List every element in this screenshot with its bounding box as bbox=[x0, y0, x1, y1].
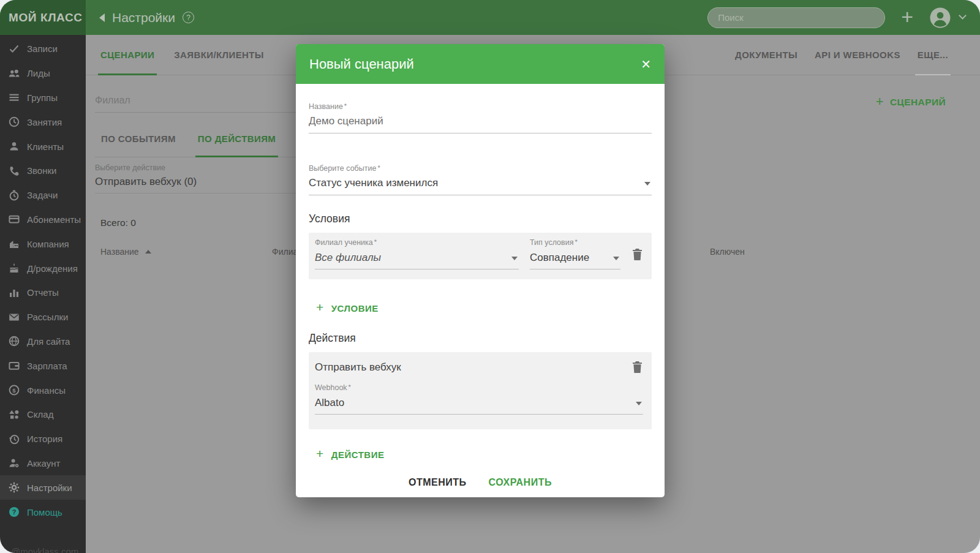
sidebar-item-zadachi[interactable]: Задачи bbox=[0, 183, 86, 208]
tab-scenarii[interactable]: СЦЕНАРИИ bbox=[100, 35, 154, 75]
tab-api-webhooks[interactable]: API И WEBHOOKS bbox=[815, 35, 900, 75]
sidebar-item-label: Д/рождения bbox=[27, 263, 78, 274]
required-mark: * bbox=[575, 238, 577, 246]
chevron-down-icon[interactable] bbox=[644, 182, 650, 186]
column-name-label: Название bbox=[100, 247, 139, 257]
sidebar-item-abonementy[interactable]: Абонементы bbox=[0, 208, 86, 232]
plus-icon: + bbox=[316, 300, 324, 315]
sidebar-item-klienty[interactable]: Клиенты bbox=[0, 134, 86, 159]
dollar-icon: $ bbox=[9, 385, 20, 396]
sidebar-item-label: Склад bbox=[27, 409, 53, 419]
sidebar-item-akkaunt[interactable]: Аккаунт bbox=[0, 451, 86, 476]
required-mark: * bbox=[344, 102, 347, 110]
event-select[interactable]: Статус ученика изменился bbox=[309, 173, 652, 195]
tab-esche[interactable]: ЕЩЕ... bbox=[918, 35, 948, 75]
subtab-po-deystviyam[interactable]: ПО ДЕЙСТВИЯМ bbox=[198, 121, 276, 157]
condition-type-field[interactable]: Тип условия* Совпадение bbox=[530, 238, 620, 269]
svg-text:?: ? bbox=[12, 508, 17, 516]
sidebar-item-dlya-sayta[interactable]: Для сайта bbox=[0, 329, 86, 354]
question-icon: ? bbox=[9, 506, 20, 517]
add-scenario-button[interactable]: + СЦЕНАРИЙ bbox=[876, 95, 946, 110]
name-field-input[interactable]: Демо сценарий bbox=[309, 111, 652, 134]
phone-icon bbox=[9, 165, 20, 176]
condition-type-value: Совпадение bbox=[530, 248, 613, 269]
sidebar-item-pomosch[interactable]: ? Помощь bbox=[0, 500, 86, 524]
tab-dokumenty[interactable]: ДОКУМЕНТЫ bbox=[735, 35, 797, 75]
account-menu-caret-icon[interactable] bbox=[959, 12, 967, 20]
page-header: Настройки ? bbox=[99, 10, 194, 25]
menu-icon bbox=[9, 92, 20, 103]
sidebar-item-label: Финансы bbox=[27, 385, 66, 396]
new-scenario-modal: Новый сценарий ✕ Название* Демо сценарий… bbox=[296, 44, 665, 497]
column-name[interactable]: Название bbox=[100, 247, 272, 257]
subtab-po-sobytiyam[interactable]: ПО СОБЫТИЯМ bbox=[101, 121, 176, 157]
webhook-select-value: Albato bbox=[315, 393, 636, 414]
sidebar-item-gruppy[interactable]: Группы bbox=[0, 86, 86, 110]
sidebar-item-kompaniya[interactable]: Компания bbox=[0, 231, 86, 256]
quick-add-icon[interactable]: + bbox=[901, 6, 913, 27]
sort-asc-icon[interactable] bbox=[145, 250, 151, 254]
branch-condition-field[interactable]: Филиал ученика* Все филиалы bbox=[315, 238, 519, 269]
sidebar-item-dni-rozhdeniya[interactable]: Д/рождения bbox=[0, 256, 86, 280]
sidebar-item-zapisi[interactable]: Записи bbox=[0, 37, 86, 61]
avatar[interactable] bbox=[929, 7, 951, 29]
footer-domain-link[interactable]: @moyklass.com bbox=[11, 546, 78, 553]
sidebar-item-label: Абонементы bbox=[27, 214, 81, 225]
condition-type-label: Тип условия* bbox=[530, 238, 620, 247]
branch-condition-label: Филиал ученика* bbox=[315, 238, 519, 247]
account-gear-icon bbox=[9, 457, 20, 468]
page-help-icon[interactable]: ? bbox=[183, 12, 194, 23]
condition-row: Филиал ученика* Все филиалы Тип условия*… bbox=[309, 233, 652, 279]
sidebar-item-label: Занятия bbox=[27, 117, 62, 127]
chevron-down-icon[interactable] bbox=[613, 257, 619, 260]
chevron-down-icon[interactable] bbox=[511, 257, 518, 260]
sidebar-item-zarplata[interactable]: Зарплата bbox=[0, 353, 86, 378]
trash-icon[interactable] bbox=[631, 248, 643, 261]
add-action-label: ДЕЙСТВИЕ bbox=[331, 450, 385, 460]
chevron-down-icon[interactable] bbox=[636, 402, 642, 405]
sidebar-item-finansy[interactable]: $ Финансы bbox=[0, 378, 86, 402]
sidebar-item-lidy[interactable]: Лиды bbox=[0, 61, 86, 86]
save-button[interactable]: СОХРАНИТЬ bbox=[489, 477, 552, 488]
sidebar-item-nastroyki[interactable]: Настройки bbox=[0, 475, 86, 500]
conditions-heading: Условия bbox=[309, 213, 652, 225]
search-input[interactable] bbox=[707, 7, 885, 28]
trash-icon[interactable] bbox=[631, 361, 643, 374]
sidebar-item-sklad[interactable]: Склад bbox=[0, 402, 86, 427]
plus-icon: + bbox=[876, 94, 884, 110]
svg-text:$: $ bbox=[12, 387, 16, 394]
sidebar-item-zanyatiya[interactable]: Занятия bbox=[0, 110, 86, 134]
sidebar-item-label: Компания bbox=[27, 239, 69, 249]
webhook-select[interactable]: Albato bbox=[315, 393, 643, 415]
sidebar-item-otchety[interactable]: Отчеты bbox=[0, 280, 86, 305]
sidebar-item-zvonki[interactable]: Звонки bbox=[0, 159, 86, 183]
sidebar-item-label: Записи bbox=[27, 43, 58, 54]
tab-zayavki-klienty[interactable]: ЗАЯВКИ/КЛИЕНТЫ bbox=[174, 35, 264, 75]
top-bar: МОЙ КЛАСС Настройки ? + bbox=[0, 0, 980, 35]
sidebar-item-label: История bbox=[27, 434, 62, 444]
close-icon[interactable]: ✕ bbox=[641, 58, 651, 70]
sidebar-item-label: Зарплата bbox=[27, 361, 67, 371]
actions-heading: Действия bbox=[309, 332, 652, 345]
required-mark: * bbox=[349, 383, 351, 391]
cancel-button[interactable]: ОТМЕНИТЬ bbox=[409, 477, 467, 488]
sidebar-item-rassylki[interactable]: Рассылки bbox=[0, 305, 86, 329]
sidebar-item-label: Помощь bbox=[27, 507, 62, 517]
branch-condition-value: Все филиалы bbox=[315, 248, 511, 269]
plus-icon: + bbox=[316, 446, 324, 461]
add-condition-button[interactable]: + УСЛОВИЕ bbox=[316, 301, 652, 315]
webhook-field-label: Webhook* bbox=[315, 383, 643, 392]
sidebar-item-istoriya[interactable]: История bbox=[0, 427, 86, 451]
people-icon bbox=[9, 68, 20, 79]
back-icon[interactable] bbox=[99, 13, 105, 22]
add-condition-label: УСЛОВИЕ bbox=[331, 303, 379, 314]
sidebar-item-label: Задачи bbox=[27, 190, 58, 200]
sidebar-item-label: Аккаунт bbox=[27, 458, 60, 468]
top-right-controls: + bbox=[707, 7, 980, 29]
add-action-button[interactable]: + ДЕЙСТВИЕ bbox=[316, 448, 652, 461]
action-row: Отправить вебхук Webhook* Albato bbox=[309, 352, 652, 429]
mail-icon bbox=[9, 312, 20, 323]
bar-chart-icon bbox=[9, 287, 20, 298]
modal-body: Название* Демо сценарий Выберите событие… bbox=[296, 102, 665, 488]
card-icon bbox=[9, 214, 20, 225]
